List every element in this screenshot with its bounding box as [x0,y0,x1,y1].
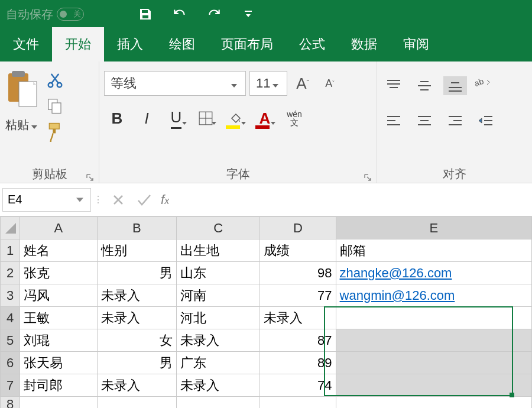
align-top-icon[interactable] [382,76,406,95]
tab-insert[interactable]: 插入 [104,27,156,61]
cell-E7[interactable] [336,374,531,397]
cell-B3[interactable]: 未录入 [97,284,177,307]
cell-A3[interactable]: 冯风 [20,284,98,307]
spreadsheet[interactable]: ABCDE1姓名性别出生地成绩邮箱2张克男山东98zhangke@126.com… [0,216,532,408]
cell-E1[interactable]: 邮箱 [336,239,531,262]
cell-D1[interactable]: 成绩 [260,239,336,262]
col-header-D[interactable]: D [260,217,336,239]
cell-D2[interactable]: 98 [260,262,336,284]
orientation-icon[interactable]: ab [474,73,492,98]
copy-icon[interactable] [45,96,65,116]
tab-draw[interactable]: 绘图 [156,27,208,61]
cell-A2[interactable]: 张克 [20,262,98,284]
formula-input[interactable] [169,188,532,212]
row-header-2[interactable]: 2 [1,262,20,284]
decrease-indent-icon[interactable] [474,111,498,130]
cancel-formula-icon[interactable] [105,188,131,212]
dialog-launcher-icon[interactable] [364,171,373,180]
col-header-C[interactable]: C [177,217,260,239]
cell-E3[interactable]: wangmin@126.com [336,284,531,307]
cell-B1[interactable]: 性别 [97,239,177,262]
autosave-switch[interactable]: 关 [57,8,84,21]
tab-page-layout[interactable]: 页面布局 [208,27,286,61]
cell-C5[interactable]: 未录入 [177,329,260,352]
cell-B4[interactable]: 未录入 [97,307,177,329]
cell-E4[interactable] [336,307,531,329]
name-box[interactable]: E4 [2,188,91,212]
row-header-1[interactable]: 1 [1,239,20,262]
font-name-combo[interactable]: 等线 [104,71,246,96]
cell-A7[interactable]: 封司郎 [20,374,98,397]
cell-C2[interactable]: 山东 [177,262,260,284]
align-center-icon[interactable] [413,111,436,130]
autosave-toggle[interactable]: 自动保存 关 [6,7,84,22]
insert-function-icon[interactable]: fx [161,192,169,208]
cell-D6[interactable]: 89 [260,352,336,374]
cell-C4[interactable]: 河北 [177,307,260,329]
col-header-E[interactable]: E [336,217,531,239]
cell-A4[interactable]: 王敏 [20,307,98,329]
italic-button[interactable]: I [134,106,160,130]
tab-formulas[interactable]: 公式 [286,27,338,61]
cell-C8[interactable] [177,397,260,409]
phonetic-guide-button[interactable]: wén 文 [281,106,307,130]
select-all-corner[interactable] [1,217,20,239]
row-header-8[interactable]: 8 [1,397,20,409]
row-header-7[interactable]: 7 [1,374,20,397]
cell-E6[interactable] [336,352,531,374]
tab-file[interactable]: 文件 [0,27,52,61]
increase-font-icon[interactable]: Aˆ [291,71,314,96]
row-header-6[interactable]: 6 [1,352,20,374]
paste-icon[interactable] [5,69,40,114]
underline-button[interactable]: U [163,106,189,130]
align-middle-icon[interactable] [413,76,436,95]
cell-D8[interactable] [260,397,336,409]
align-left-icon[interactable] [382,111,406,130]
tab-review[interactable]: 审阅 [390,27,442,61]
fill-color-button[interactable] [222,106,248,130]
row-header-5[interactable]: 5 [1,329,20,352]
cell-C1[interactable]: 出生地 [177,239,260,262]
cell-B2[interactable]: 男 [97,262,177,284]
cell-B7[interactable]: 未录入 [97,374,177,397]
cell-C7[interactable]: 未录入 [177,374,260,397]
col-header-B[interactable]: B [97,217,177,239]
cell-D5[interactable]: 87 [260,329,336,352]
cell-A1[interactable]: 姓名 [20,239,98,262]
tab-home[interactable]: 开始 [52,27,104,61]
font-color-button[interactable]: A [252,106,278,130]
cell-D7[interactable]: 74 [260,374,336,397]
borders-button[interactable] [193,106,219,130]
cell-C6[interactable]: 广东 [177,352,260,374]
cell-A5[interactable]: 刘琨 [20,329,98,352]
cell-E5[interactable] [336,329,531,352]
cell-A8[interactable] [20,397,98,409]
cell-B8[interactable] [97,397,177,409]
format-painter-icon[interactable] [45,122,65,142]
align-bottom-icon[interactable] [443,76,467,95]
row-header-4[interactable]: 4 [1,307,20,329]
cell-B6[interactable]: 男 [97,352,177,374]
cell-C3[interactable]: 河南 [177,284,260,307]
col-header-A[interactable]: A [20,217,98,239]
cell-B5[interactable]: 女 [97,329,177,352]
paste-button[interactable]: 粘贴 [5,117,40,133]
cell-E8[interactable] [336,397,531,409]
bold-button[interactable]: B [104,106,130,130]
save-icon[interactable] [137,6,154,22]
decrease-font-icon[interactable]: Aˇ [318,71,342,96]
cut-icon[interactable] [45,70,65,90]
align-right-icon[interactable] [443,111,467,130]
row-header-3[interactable]: 3 [1,284,20,307]
cell-E2[interactable]: zhangke@126.com [336,262,531,284]
cell-D4[interactable]: 未录入 [260,307,336,329]
cell-A6[interactable]: 张天易 [20,352,98,374]
redo-icon[interactable] [206,6,222,22]
enter-formula-icon[interactable] [131,188,157,212]
dialog-launcher-icon[interactable] [86,171,95,180]
undo-icon[interactable] [171,6,188,22]
tab-data[interactable]: 数据 [338,27,390,61]
qat-customize-icon[interactable] [240,6,257,22]
font-size-combo[interactable]: 11 [249,71,287,96]
cell-D3[interactable]: 77 [260,284,336,307]
